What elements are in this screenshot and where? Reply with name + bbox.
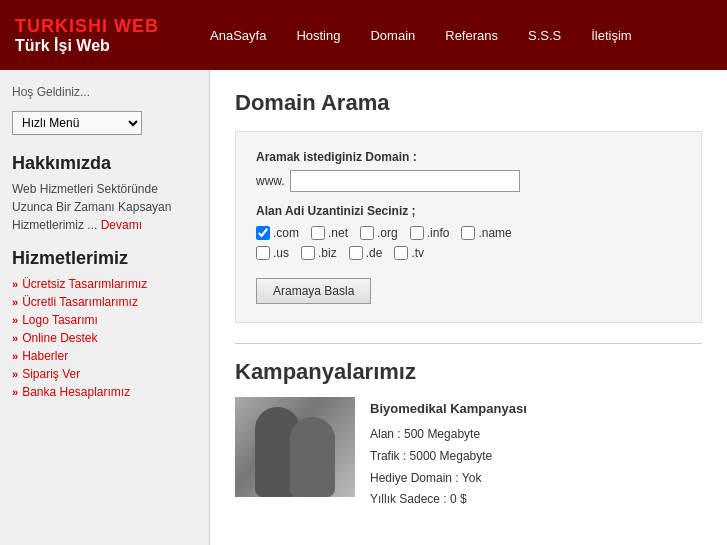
devami-link[interactable]: Devamı bbox=[101, 218, 142, 232]
campaign-alan: Alan : 500 Megabyte bbox=[370, 424, 527, 446]
ext-info[interactable]: .info bbox=[410, 226, 450, 240]
ext-de[interactable]: .de bbox=[349, 246, 383, 260]
hizmetlerimiz-title: Hizmetlerimiz bbox=[12, 248, 197, 269]
list-item[interactable]: »Ücretli Tasarımlarımız bbox=[12, 295, 197, 309]
domain-search-section: Domain Arama Aramak istediginiz Domain :… bbox=[235, 90, 702, 323]
arrow-icon: » bbox=[12, 278, 18, 290]
arrow-icon: » bbox=[12, 368, 18, 380]
campaign-box: Biyomedikal Kampanyası Alan : 500 Megaby… bbox=[235, 397, 702, 511]
logo-area: TURKISHI WEB Türk İşi Web bbox=[15, 16, 195, 55]
quick-menu-container: Hızlı Menü bbox=[12, 111, 197, 135]
main-layout: Hoş Geldiniz... Hızlı Menü Hakkımızda We… bbox=[0, 70, 727, 545]
sidebar-links: »Ücretsiz Tasarımlarımız »Ücretli Tasarı… bbox=[12, 277, 197, 399]
ext-tv[interactable]: .tv bbox=[394, 246, 424, 260]
domain-form-box: Aramak istediginiz Domain : www. Alan Ad… bbox=[235, 131, 702, 323]
ext-row-2: .us .biz .de .tv bbox=[256, 246, 681, 260]
list-item[interactable]: »Haberler bbox=[12, 349, 197, 363]
list-item[interactable]: »Sipariş Ver bbox=[12, 367, 197, 381]
ext-org[interactable]: .org bbox=[360, 226, 398, 240]
campaign-image bbox=[235, 397, 355, 497]
ext-name[interactable]: .name bbox=[461, 226, 511, 240]
nav-iletisim[interactable]: İletişim bbox=[586, 26, 636, 45]
nav-hosting[interactable]: Hosting bbox=[291, 26, 345, 45]
ext-com[interactable]: .com bbox=[256, 226, 299, 240]
nav-domain[interactable]: Domain bbox=[365, 26, 420, 45]
domain-input[interactable] bbox=[290, 170, 520, 192]
campaign-name: Biyomedikal Kampanyası bbox=[370, 397, 527, 420]
list-item[interactable]: »Ücretsiz Tasarımlarımız bbox=[12, 277, 197, 291]
ext-label: Alan Adi Uzantinizi Seciniz ; bbox=[256, 204, 681, 218]
hakkimizda-desc: Web Hizmetleri Sektöründe Uzunca Bir Zam… bbox=[12, 180, 197, 234]
hakkimizda-title: Hakkımızda bbox=[12, 153, 197, 174]
arrow-icon: » bbox=[12, 296, 18, 308]
campaigns-section: Kampanyalarımız Biyomedikal Kampanyası A… bbox=[235, 359, 702, 511]
domain-input-row: www. bbox=[256, 170, 681, 192]
list-item[interactable]: »Online Destek bbox=[12, 331, 197, 345]
list-item[interactable]: »Banka Hesaplarımız bbox=[12, 385, 197, 399]
arrow-icon: » bbox=[12, 386, 18, 398]
campaign-trafik: Trafik : 5000 Megabyte bbox=[370, 446, 527, 468]
list-item[interactable]: »Logo Tasarımı bbox=[12, 313, 197, 327]
campaigns-title: Kampanyalarımız bbox=[235, 359, 702, 385]
campaign-hediye: Hediye Domain : Yok bbox=[370, 468, 527, 490]
search-button[interactable]: Aramaya Basla bbox=[256, 278, 371, 304]
www-label: www. bbox=[256, 174, 285, 188]
ext-us[interactable]: .us bbox=[256, 246, 289, 260]
header: TURKISHI WEB Türk İşi Web AnaSayfa Hosti… bbox=[0, 0, 727, 70]
nav-referans[interactable]: Referans bbox=[440, 26, 503, 45]
arrow-icon: » bbox=[12, 350, 18, 362]
section-divider bbox=[235, 343, 702, 344]
sidebar: Hoş Geldiniz... Hızlı Menü Hakkımızda We… bbox=[0, 70, 210, 545]
nav-anasayfa[interactable]: AnaSayfa bbox=[205, 26, 271, 45]
logo-bottom: Türk İşi Web bbox=[15, 37, 195, 55]
main-nav: AnaSayfa Hosting Domain Referans S.S.S İ… bbox=[205, 26, 637, 45]
content-area: Domain Arama Aramak istediginiz Domain :… bbox=[210, 70, 727, 545]
ext-net[interactable]: .net bbox=[311, 226, 348, 240]
ext-row-1: .com .net .org .info .name bbox=[256, 226, 681, 240]
nav-sss[interactable]: S.S.S bbox=[523, 26, 566, 45]
domain-search-title: Domain Arama bbox=[235, 90, 702, 116]
welcome-text: Hoş Geldiniz... bbox=[12, 85, 197, 99]
ext-biz[interactable]: .biz bbox=[301, 246, 337, 260]
campaign-yillik: Yıllık Sadece : 0 $ bbox=[370, 489, 527, 511]
arrow-icon: » bbox=[12, 314, 18, 326]
quick-menu-select[interactable]: Hızlı Menü bbox=[12, 111, 142, 135]
arrow-icon: » bbox=[12, 332, 18, 344]
logo-top: TURKISHI WEB bbox=[15, 16, 195, 37]
campaign-info: Biyomedikal Kampanyası Alan : 500 Megaby… bbox=[370, 397, 527, 511]
domain-label: Aramak istediginiz Domain : bbox=[256, 150, 681, 164]
